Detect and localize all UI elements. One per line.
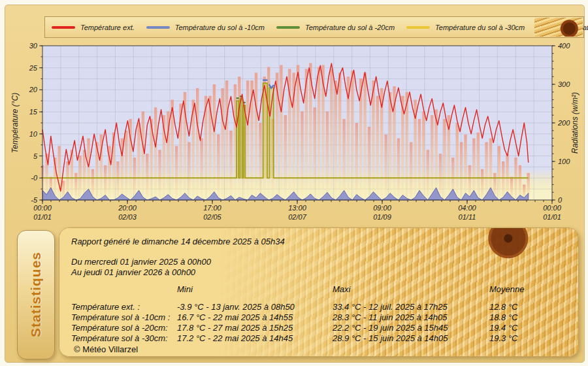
hay-bale-photo [534,18,583,37]
period-to-line: Au jeudi 01 janvier 2026 à 00h00 [71,267,195,277]
radiation-bar [439,154,442,200]
radiation-bar [485,142,487,201]
legend-items: Température ext.Température du sol à -10… [52,22,588,32]
radiation-bar [297,65,299,201]
stat-mini: 16.7 °C - 22 mai 2025 à 14h55 [177,312,293,322]
x-tick-time-label: 00:00 [33,204,52,212]
legend-line-swatch [276,26,300,29]
statistics-panel: Rapport généré le dimanche 14 décembre 2… [59,227,579,357]
y-left-tick-label: 5 [33,152,38,160]
radiation-bar [464,135,466,200]
stat-label: Température sol à -20cm: [71,323,168,333]
radiation-bar [74,173,77,200]
radiation-bar [422,111,425,200]
radiation-bar [455,123,458,200]
legend-label: Température ext. [80,24,135,31]
chart-legend: Température ext.Température du sol à -10… [44,16,584,38]
radiation-bar [335,80,337,200]
radiation-bar [188,142,190,201]
stat-row: Température sol à -10cm :16.7 °C - 22 ma… [59,312,578,323]
stat-moyenne: 12.8 °C [489,302,518,312]
radiation-bar [410,142,412,201]
radiation-bar [229,131,232,200]
radiation-bar [133,158,136,200]
radiation-bar [284,115,287,200]
legend-line-swatch [146,26,170,29]
radiation-bar [255,73,257,200]
stat-moyenne: 19.4 °C [489,323,518,333]
legend-label: Température du sol à -20cm [305,24,395,31]
radiation-bar [326,111,329,200]
radiation-bar [213,84,216,200]
radiation-bar [427,150,429,200]
statistics-tab-label: Statistiques [28,252,44,337]
stat-label: Température sol à -10cm : [71,312,170,322]
radiation-bar [259,123,261,200]
y-left-tick-label: 30 [29,42,38,50]
period-from-line: Du mercredi 01 janvier 2025 à 00h00 [71,257,211,267]
radiation-bar [355,123,358,200]
radiation-bar [301,111,303,200]
radiation-bar [443,119,446,200]
stat-maxi: 28.9 °C - 15 juin 2025 à 14h05 [333,333,448,343]
radiation-bar [330,69,333,200]
radiation-bar [514,158,517,200]
x-tick-time-label: 00:00 [543,204,561,212]
radiation-bar [200,139,203,200]
radiation-bar [225,80,228,200]
legend-item: Température du sol à -30cm [406,24,525,31]
x-tick-date-label: 02/05 [203,213,221,221]
radiation-bar [481,169,483,200]
report-generated-line: Rapport généré le dimanche 14 décembre 2… [71,237,285,246]
y-left-tick-label: -5 [31,196,38,204]
y-left-tick-label: 25 [29,64,38,72]
radiation-bar [318,67,320,200]
y-right-tick-label: 100 [558,158,570,165]
y-right-tick-label: 400 [558,42,570,50]
stat-row: Température ext. :-3.9 °C - 13 janv. 202… [59,302,578,312]
radiation-bar [363,73,366,200]
stat-moyenne: 18.8 °C [489,312,518,322]
radiation-bar [154,107,157,200]
radiation-bar [477,133,480,200]
radiation-bar [314,107,316,200]
statistics-content: Rapport généré le dimanche 14 décembre 2… [59,228,578,356]
x-tick-date-label: 01/09 [373,213,391,221]
legend-item: Température du sol à -20cm [276,24,395,31]
radiation-bar [397,139,400,200]
stat-label: Température ext. : [71,302,140,312]
radiation-bar [389,92,391,200]
radiation-bar [196,88,199,200]
stat-row: Température sol à -30cm:17.2 °C - 22 mai… [59,333,578,344]
legend-label: Température du sol à -10cm [175,24,265,31]
legend-item: Température du sol à -10cm [146,24,265,31]
x-tick-date-label: 01/01 [543,213,561,221]
radiation-bar [376,96,379,200]
copyright-label: © Météo Villarzel [74,344,138,354]
radiation-bar [175,146,178,200]
radiation-bar [116,161,119,200]
radiation-bar [384,135,387,200]
radiation-bar [246,80,249,200]
radiation-bar [351,71,353,200]
y-left-tick-label: 10 [29,130,38,138]
radiation-bar [158,150,161,200]
stat-maxi: 22.2 °C - 19 juin 2025 à 15h45 [333,323,448,333]
x-tick-date-label: 02/07 [288,213,306,221]
radiation-bar [460,142,463,201]
x-tick-time-label: 17:00 [203,204,221,212]
stat-label: Température sol à -30cm: [71,333,168,343]
radiation-bar [125,131,127,200]
stat-maxi: 28.3 °C - 11 juin 2025 à 14h05 [333,312,448,322]
x-tick-date-label: 01/11 [459,213,476,221]
radiation-bar [137,123,140,200]
legend-line-swatch [52,26,75,29]
column-header-mini: Mini [177,284,193,294]
radiation-bar [57,146,60,200]
stat-mini: 17.8 °C - 27 mai 2025 à 15h25 [177,323,293,333]
radiation-bar [280,65,282,201]
radiation-bar [368,127,370,200]
y-left-tick-label: -0 [31,174,38,182]
legend-label: Température du sol à -30cm [435,24,525,31]
radiation-bar [217,135,220,200]
